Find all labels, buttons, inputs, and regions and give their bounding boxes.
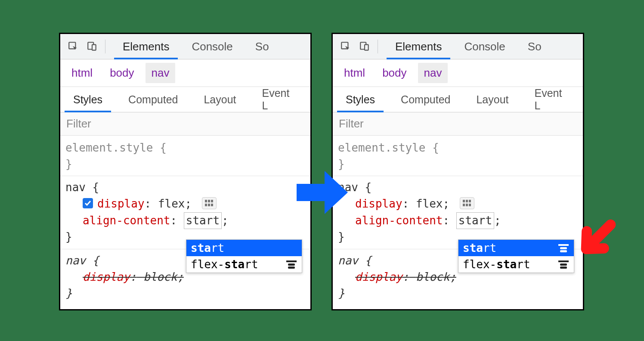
svg-rect-4: [208, 200, 210, 202]
prop-align-content[interactable]: align-content: [355, 214, 443, 227]
value-editor[interactable]: start: [456, 212, 494, 229]
nav-selector[interactable]: nav {: [65, 181, 99, 194]
element-style-selector[interactable]: element.style {: [65, 141, 167, 154]
svg-rect-23: [560, 250, 567, 252]
align-content-flex-start-icon: [557, 260, 570, 269]
subtab-styles[interactable]: Styles: [333, 87, 388, 112]
crumb-nav[interactable]: nav: [146, 63, 176, 83]
svg-rect-15: [463, 200, 465, 202]
svg-rect-2: [92, 45, 96, 50]
subtab-computed[interactable]: Computed: [388, 87, 463, 112]
subtab-layout[interactable]: Layout: [191, 87, 249, 112]
subtab-layout[interactable]: Layout: [463, 87, 521, 112]
value-editor[interactable]: start: [184, 212, 222, 229]
autocomplete-dropdown-after: start flex-start: [458, 239, 574, 273]
tab-console[interactable]: Console: [180, 34, 244, 59]
svg-rect-3: [205, 200, 207, 202]
inspect-icon[interactable]: [336, 37, 355, 56]
colon: :: [402, 197, 409, 210]
filter-row: [333, 112, 583, 136]
svg-rect-9: [286, 260, 297, 262]
svg-rect-21: [558, 244, 569, 246]
val-display[interactable]: flex: [416, 197, 443, 210]
colon: :: [145, 197, 152, 210]
ac-label: start: [463, 242, 496, 254]
svg-rect-22: [560, 247, 567, 249]
filter-input[interactable]: [338, 117, 579, 131]
align-content-start-icon: [557, 243, 570, 253]
element-style-selector[interactable]: element.style {: [338, 141, 439, 154]
prop-display[interactable]: display: [355, 197, 402, 210]
styles-subtabs: Styles Computed Layout Event L: [60, 87, 310, 112]
prop-display[interactable]: display: [97, 197, 145, 210]
subtab-event-listeners[interactable]: Event L: [249, 87, 310, 112]
ac-option-start[interactable]: start: [186, 240, 302, 256]
ua-val-display: block: [143, 270, 177, 283]
tab-sources-truncated[interactable]: So: [244, 34, 280, 59]
colon: :: [402, 270, 409, 283]
svg-rect-16: [466, 200, 468, 202]
ac-label: flex-start: [191, 258, 258, 271]
subtab-styles[interactable]: Styles: [60, 87, 115, 112]
flex-editor-icon[interactable]: [202, 197, 217, 209]
val-display[interactable]: flex: [158, 197, 185, 210]
svg-rect-8: [211, 204, 213, 206]
semicolon: ;: [185, 197, 192, 210]
brace-close: }: [65, 158, 72, 170]
crumb-nav[interactable]: nav: [418, 63, 448, 83]
filter-input[interactable]: [65, 117, 307, 131]
svg-rect-5: [211, 200, 213, 202]
brace-close: }: [65, 230, 72, 243]
colon: :: [443, 214, 450, 227]
crumb-html[interactable]: html: [338, 63, 371, 83]
crumb-body[interactable]: body: [376, 63, 412, 83]
semicolon: ;: [449, 270, 456, 283]
toolbar-divider: [378, 40, 378, 53]
brace-close: }: [338, 230, 345, 243]
svg-rect-19: [466, 204, 468, 206]
ua-prop-display: display: [83, 270, 130, 283]
flex-editor-icon[interactable]: [460, 197, 474, 209]
tab-console[interactable]: Console: [453, 34, 516, 59]
tab-elements[interactable]: Elements: [111, 34, 180, 59]
svg-rect-26: [560, 267, 567, 269]
svg-rect-20: [469, 204, 471, 206]
property-checkbox[interactable]: [83, 198, 93, 208]
autocomplete-dropdown-before: start flex-start: [186, 239, 302, 273]
tab-elements[interactable]: Elements: [384, 34, 453, 59]
subtab-computed[interactable]: Computed: [115, 87, 191, 112]
svg-rect-24: [558, 260, 569, 262]
toolbar-divider: [105, 40, 105, 53]
styles-body: element.style { } nav { display: flex; a…: [333, 136, 583, 301]
crumb-html[interactable]: html: [65, 63, 99, 83]
ac-option-start[interactable]: start: [458, 240, 574, 256]
inspect-icon[interactable]: [64, 37, 83, 56]
subtab-event-listeners[interactable]: Event L: [522, 87, 583, 112]
breadcrumb: html body nav: [60, 59, 310, 87]
svg-rect-25: [560, 264, 567, 266]
crumb-body[interactable]: body: [104, 63, 140, 83]
devtools-toolbar: Elements Console So: [60, 34, 310, 59]
ua-val-display: block: [416, 270, 449, 283]
svg-rect-18: [463, 204, 465, 206]
styles-body: element.style { } nav { display: flex; a…: [60, 136, 310, 301]
callout-arrow-icon: [577, 215, 620, 258]
ac-option-flex-start[interactable]: flex-start: [186, 256, 302, 273]
prop-align-content[interactable]: align-content: [83, 214, 170, 227]
styles-subtabs: Styles Computed Layout Event L: [333, 87, 583, 112]
ac-option-flex-start[interactable]: flex-start: [458, 256, 574, 273]
tab-sources-truncated[interactable]: So: [517, 34, 553, 59]
semicolon: ;: [494, 214, 501, 227]
device-toggle-icon[interactable]: [83, 37, 102, 56]
colon: :: [130, 270, 137, 283]
filter-row: [60, 112, 310, 136]
ua-prop-display: display: [355, 270, 402, 283]
semicolon: ;: [443, 197, 450, 210]
brace-close: }: [338, 287, 345, 300]
semicolon: ;: [177, 270, 184, 283]
svg-rect-6: [205, 204, 207, 206]
ac-label: start: [191, 242, 224, 254]
device-toggle-icon[interactable]: [355, 37, 374, 56]
svg-rect-17: [469, 200, 471, 202]
transition-arrow-icon: [294, 165, 350, 220]
